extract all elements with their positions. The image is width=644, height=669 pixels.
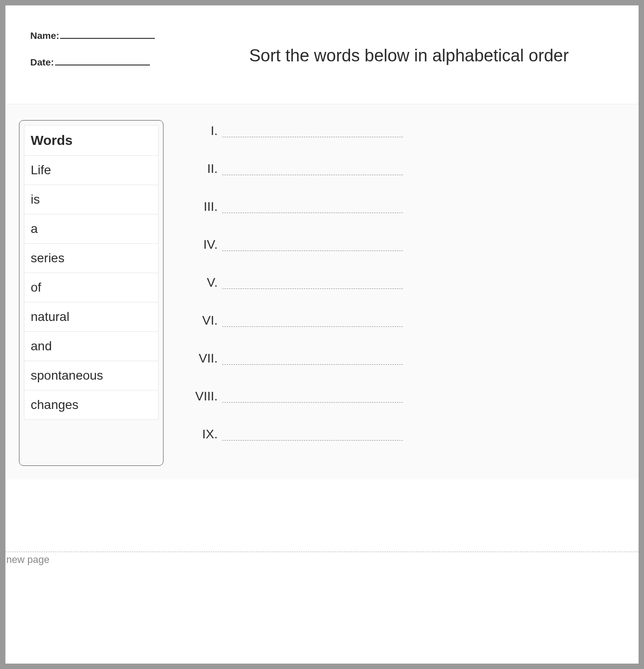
- answer-blank[interactable]: [222, 439, 403, 441]
- answer-row: II.: [182, 163, 630, 175]
- roman-numeral: VII.: [182, 352, 222, 365]
- answer-list: I. II. III. IV. V. VI.: [163, 120, 630, 466]
- answer-blank[interactable]: [222, 249, 403, 251]
- roman-numeral: IV.: [182, 238, 222, 251]
- page-break-label: new page: [5, 552, 639, 566]
- answer-blank[interactable]: [222, 325, 403, 327]
- word-item: and: [24, 332, 159, 361]
- roman-numeral: IX.: [182, 428, 222, 441]
- date-blank[interactable]: [55, 57, 150, 65]
- date-label: Date:: [30, 57, 54, 68]
- answer-blank[interactable]: [222, 363, 403, 365]
- word-item: is: [24, 185, 159, 214]
- word-item: spontaneous: [24, 361, 159, 390]
- answer-blank[interactable]: [222, 287, 403, 289]
- name-date-block: Name: Date:: [30, 30, 197, 84]
- answer-row: I.: [182, 125, 630, 137]
- answer-row: VIII.: [182, 390, 630, 403]
- word-item: of: [24, 273, 159, 302]
- roman-numeral: III.: [182, 200, 222, 213]
- word-item: Life: [24, 156, 159, 185]
- answer-row: V.: [182, 276, 630, 289]
- answer-row: VII.: [182, 352, 630, 365]
- name-label: Name:: [30, 30, 59, 41]
- word-item: natural: [24, 302, 159, 332]
- roman-numeral: VI.: [182, 314, 222, 327]
- words-card: Words Life is a series of natural and sp…: [19, 120, 163, 466]
- answer-row: VI.: [182, 314, 630, 327]
- worksheet-title: Sort the words below in alphabetical ord…: [197, 46, 621, 65]
- name-blank[interactable]: [60, 31, 155, 39]
- answer-blank[interactable]: [222, 173, 403, 175]
- word-item: series: [24, 244, 159, 273]
- answer-blank[interactable]: [222, 211, 403, 213]
- roman-numeral: VIII.: [182, 390, 222, 403]
- roman-numeral: V.: [182, 276, 222, 289]
- answer-row: IX.: [182, 428, 630, 441]
- header-area: Name: Date: Sort the words below in alph…: [5, 5, 639, 104]
- answer-row: III.: [182, 200, 630, 213]
- name-line: Name:: [30, 30, 197, 41]
- title-block: Sort the words below in alphabetical ord…: [197, 30, 621, 84]
- work-area: Words Life is a series of natural and sp…: [5, 104, 639, 479]
- words-table: Words Life is a series of natural and sp…: [24, 125, 159, 420]
- word-item: changes: [24, 390, 159, 420]
- answer-blank[interactable]: [222, 401, 403, 403]
- answer-blank[interactable]: [222, 135, 403, 137]
- answer-row: IV.: [182, 238, 630, 251]
- word-item: a: [24, 214, 159, 244]
- roman-numeral: II.: [182, 163, 222, 175]
- words-heading: Words: [24, 125, 159, 156]
- date-line: Date:: [30, 57, 197, 68]
- roman-numeral: I.: [182, 125, 222, 137]
- worksheet-page: Name: Date: Sort the words below in alph…: [5, 5, 639, 664]
